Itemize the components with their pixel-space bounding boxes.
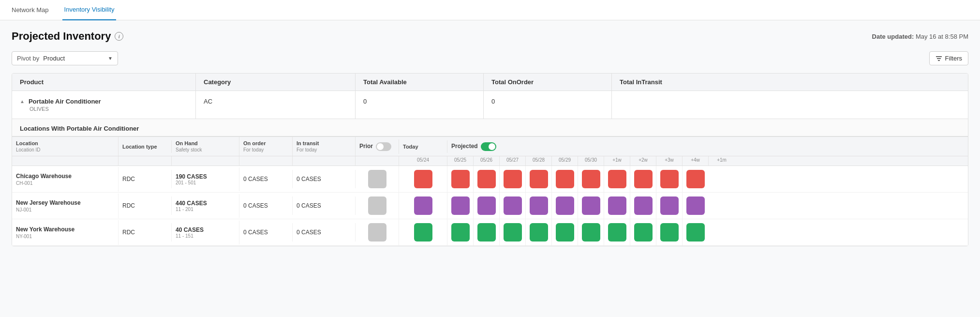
product-in-transit-cell [612, 91, 968, 119]
date-labels-row: 05/24 05/25 05/26 05/27 05/28 05/29 05/3… [12, 156, 968, 166]
loc-safety-stock: 11 - 201 [176, 207, 235, 212]
loc-in-transit-cell: 0 CASES [293, 196, 356, 215]
color-square-green [686, 223, 705, 242]
color-square-red [686, 170, 705, 188]
color-cell-3 [474, 166, 500, 192]
color-cell-7 [578, 193, 604, 219]
date-0527: 05/27 [500, 156, 526, 166]
lth-in-transit: In transit For today [293, 137, 356, 156]
color-cell-3 [474, 219, 500, 245]
color-cell-4 [500, 219, 526, 245]
color-cell-0 [356, 166, 399, 192]
loc-in-transit-cell: 0 CASES [293, 223, 356, 242]
color-square-gray [368, 196, 386, 215]
lth-on-hand: On Hand Safety stock [172, 137, 239, 156]
color-square-red [414, 170, 432, 188]
color-cell-8 [604, 193, 630, 219]
color-cell-10 [656, 193, 683, 219]
filter-icon [935, 55, 942, 62]
loc-on-order-cell: 0 CASES [239, 170, 293, 188]
location-row: New York Warehouse NY-001 RDC 40 CASES 1… [12, 219, 968, 246]
nav-item-inventory-visibility[interactable]: Inventory Visibility [62, 0, 117, 20]
product-name: Portable Air Conditioner [29, 98, 101, 105]
prior-toggle[interactable] [376, 142, 391, 151]
th-total-in-transit: Total InTransit [612, 74, 968, 91]
loc-name-cell: New Jersey Warehouse NJ-001 [12, 194, 119, 218]
color-square-red [451, 170, 470, 188]
color-cell-2 [447, 166, 474, 192]
color-cell-6 [552, 219, 578, 245]
color-square-purple [608, 196, 626, 215]
lth-on-order: On order For today [239, 137, 293, 156]
color-square-green [477, 223, 496, 242]
color-cell-0 [356, 219, 399, 245]
th-total-on-order: Total OnOrder [484, 74, 612, 91]
color-square-purple [556, 196, 574, 215]
color-square-purple [504, 196, 522, 215]
loc-type-cell: RDC [119, 223, 172, 242]
page-title: Projected Inventory [12, 30, 111, 43]
color-square-red [530, 170, 548, 188]
color-cell-3 [474, 193, 500, 219]
product-name-cell: ▲ Portable Air Conditioner OLIVES [12, 91, 196, 119]
filter-button[interactable]: Filters [929, 51, 968, 65]
product-on-order-cell: 0 [484, 91, 612, 119]
pivot-select[interactable]: Product [43, 55, 104, 62]
location-row: Chicago Warehouse CH-001 RDC 190 CASES 2… [12, 166, 968, 193]
loc-on-order-cell: 0 CASES [239, 223, 293, 242]
color-cell-7 [578, 166, 604, 192]
projected-toggle[interactable] [481, 142, 496, 151]
th-total-available: Total Available [356, 74, 484, 91]
loc-name-cell: Chicago Warehouse CH-001 [12, 167, 119, 192]
color-square-green [504, 223, 522, 242]
color-square-gray [368, 223, 386, 242]
loc-on-hand-cell: 40 CASES 11 - 151 [172, 221, 239, 244]
loc-name: Chicago Warehouse [16, 173, 114, 180]
loc-type-cell: RDC [119, 170, 172, 188]
locations-section: Locations With Portable Air Conditioner … [12, 119, 968, 246]
loc-type-cell: RDC [119, 196, 172, 215]
pivot-select-wrapper[interactable]: Pivot by Product ▼ [12, 51, 118, 65]
top-navigation: Network Map Inventory Visibility [0, 0, 980, 20]
inventory-table: Product Category Total Available Total O… [12, 73, 968, 246]
color-square-purple [414, 196, 432, 215]
color-square-green [451, 223, 470, 242]
product-sub: OLIVES [20, 106, 188, 112]
loc-on-order-cell: 0 CASES [239, 196, 293, 215]
date-3w: +3w [656, 156, 683, 166]
loc-name: New Jersey Warehouse [16, 199, 114, 206]
color-cell-6 [552, 166, 578, 192]
lth-prior: Prior [356, 139, 399, 154]
color-cell-2 [447, 193, 474, 219]
color-cell-4 [500, 166, 526, 192]
controls-row: Pivot by Product ▼ Filters [12, 51, 968, 65]
date-0529: 05/29 [552, 156, 578, 166]
color-square-purple [530, 196, 548, 215]
color-square-purple [477, 196, 496, 215]
collapse-icon[interactable]: ▲ [20, 99, 25, 104]
page-header: Projected Inventory i Date updated: May … [12, 30, 968, 43]
pivot-label: Pivot by [17, 55, 39, 62]
loc-safety-stock: 11 - 151 [176, 233, 235, 239]
main-content: Projected Inventory i Date updated: May … [0, 20, 980, 256]
product-category-cell: AC [196, 91, 356, 119]
loc-on-hand-cell: 190 CASES 201 - 501 [172, 167, 239, 191]
color-square-purple [582, 196, 600, 215]
info-icon[interactable]: i [115, 32, 123, 41]
color-square-red [556, 170, 574, 188]
table-header: Product Category Total Available Total O… [12, 74, 968, 91]
color-cell-1 [399, 166, 447, 192]
color-cell-11 [683, 219, 709, 245]
date-updated-value: May 16 at 8:58 PM [916, 33, 968, 40]
color-square-green [414, 223, 432, 242]
color-cell-1 [399, 193, 447, 219]
chevron-down-icon: ▼ [108, 56, 113, 61]
date-0526: 05/26 [474, 156, 500, 166]
lth-projected: Projected [447, 139, 735, 154]
loc-id: NY-001 [16, 234, 114, 239]
nav-item-network-map[interactable]: Network Map [10, 0, 51, 20]
loc-id: NJ-001 [16, 207, 114, 212]
loc-name-cell: New York Warehouse NY-001 [12, 220, 119, 245]
lth-location: Location Location ID [12, 137, 119, 156]
color-cell-11 [683, 166, 709, 192]
